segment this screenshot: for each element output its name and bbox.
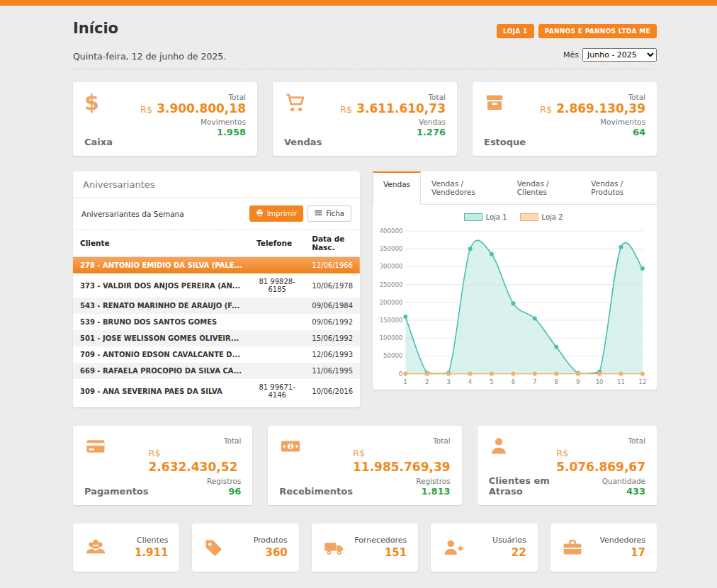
legend-loja2: Loja 2 [520, 213, 563, 221]
tab-vendas-clientes[interactable]: Vendas / Clientes [507, 171, 581, 204]
mini-value: 151 [385, 546, 407, 559]
client-cell: 373 - VALDIR DOS ANJOS PEREIRA (AN... [73, 273, 249, 298]
mini-card-usuarios: Usuários 22 [431, 524, 537, 572]
currency-symbol: R$ [340, 104, 352, 115]
svg-text:5: 5 [490, 378, 493, 385]
month-select[interactable]: Junho - 2025 [582, 48, 657, 62]
col-nasc: Data de Nasc. [305, 230, 360, 257]
count-label: Movimentos [600, 118, 645, 126]
person-icon [489, 435, 513, 458]
currency-symbol: R$ [140, 104, 152, 115]
client-cell: 539 - BRUNO DOS SANTOS GOMES [73, 314, 249, 330]
svg-text:9: 9 [576, 378, 580, 385]
client-cell: 669 - RAFAELA PROCOPIO DA SILVA CA... [73, 363, 249, 379]
table-row[interactable]: 373 - VALDIR DOS ANJOS PEREIRA (AN... 81… [73, 273, 360, 298]
table-row[interactable]: 539 - BRUNO DOS SANTOS GOMES 09/06/1992 [73, 314, 360, 330]
tag-icon [203, 537, 226, 558]
table-row[interactable]: 543 - RENATO MARINHO DE ARAUJO (F... 09/… [73, 298, 360, 314]
phone-cell [249, 363, 305, 379]
total-amount: R$ 2.632.430,52 [149, 445, 242, 475]
table-header-row: Cliente Telefone Data de Nasc. [73, 230, 360, 257]
total-amount: R$ 2.869.130,39 [540, 101, 645, 116]
stat-card-vendas: Vendas Total R$ 3.611.610,73 Vendas 1.27… [273, 82, 457, 156]
tab-vendas-produtos[interactable]: Vendas / Produtos [580, 171, 657, 204]
stat-card-recebimentos: 1 Recebimentos Total R$ 11.985.769,39 Re… [268, 426, 461, 505]
phone-cell [249, 330, 305, 346]
store-button[interactable]: LOJA 1 [497, 24, 534, 38]
briefcase-icon [562, 537, 585, 558]
birthdate-cell: 11/06/1995 [305, 363, 360, 379]
count-value: 1.813 [422, 486, 451, 497]
svg-text:50000: 50000 [383, 352, 402, 359]
table-row[interactable]: 709 - ANTONIO EDSON CAVALCANTE D... 12/0… [73, 346, 360, 363]
table-row[interactable]: 309 - ANA SEVERINA PAES DA SILVA 81 9967… [73, 379, 360, 403]
count-label: Vendas [419, 118, 446, 126]
phone-cell [249, 298, 305, 314]
mini-right: Produtos 360 [254, 536, 288, 559]
svg-text:0: 0 [399, 371, 402, 378]
stat-right: Total R$ 3.611.610,73 Vendas 1.276 [340, 91, 446, 147]
sales-panel: Vendas Vendas / Vendedores Vendas / Clie… [373, 171, 657, 390]
chart-area: Loja 1 Loja 2 05000010000015000020000025… [373, 205, 657, 390]
company-button[interactable]: PANNOS E PANNOS LTDA ME [538, 24, 657, 38]
legend-swatch-loja1 [464, 213, 482, 221]
print-button[interactable]: Imprimir [249, 205, 304, 222]
sales-tabs: Vendas Vendas / Vendedores Vendas / Clie… [373, 171, 657, 205]
birthdays-toolbar: Aniversariantes da Semana Imprimir Ficha [73, 198, 360, 230]
birthdate-cell: 10/06/2016 [305, 379, 360, 403]
ficha-button-label: Ficha [326, 210, 344, 217]
client-cell: 543 - RENATO MARINHO DE ARAUJO (F... [73, 298, 249, 314]
top-bar [0, 0, 717, 6]
phone-cell: 81 99671-4146 [249, 379, 305, 403]
stat-card-pagamentos: Pagamentos Total R$ 2.632.430,52 Registr… [73, 426, 252, 505]
month-label: Mês [563, 50, 579, 60]
mini-value: 1.911 [135, 546, 168, 559]
svg-text:250000: 250000 [380, 281, 403, 288]
svg-text:12: 12 [638, 378, 646, 385]
mini-right: Usuários 22 [492, 536, 526, 559]
sales-chart: 0500001000001500002000002500003000003500… [377, 225, 650, 387]
mini-value: 22 [512, 546, 526, 559]
legend-label: Loja 2 [542, 213, 563, 221]
birthdays-table: Cliente Telefone Data de Nasc. 278 - ANT… [73, 230, 360, 403]
svg-text:8: 8 [555, 378, 558, 385]
birthdate-cell: 12/06/1966 [305, 257, 360, 274]
svg-text:6: 6 [512, 378, 515, 385]
table-row[interactable]: 278 - ANTONIO EMIDIO DA SILVA (PALE... 1… [73, 257, 360, 274]
printer-icon [256, 209, 264, 218]
ficha-button[interactable]: Ficha [307, 205, 351, 222]
mini-card-fornecedores: Fornecedores 151 [312, 524, 418, 572]
total-label: Total [628, 93, 645, 101]
stat-right: Total R$ 5.076.869,67 Quantidade 433 [556, 435, 645, 497]
table-row[interactable]: 501 - JOSE WELISSON GOMES OLIVEIR... 15/… [73, 330, 360, 346]
tab-vendas[interactable]: Vendas [373, 171, 421, 205]
mini-right: Vendedores 17 [599, 536, 645, 559]
col-telefone: Telefone [249, 230, 305, 257]
header: Início LOJA 1 PANNOS E PANNOS LTDA ME [73, 20, 657, 38]
month-picker: Mês Junho - 2025 [563, 48, 657, 62]
count-label: Registros [416, 477, 450, 485]
stat-left: Clientes em Atraso [489, 435, 557, 497]
birthdate-cell: 09/06/1984 [305, 298, 360, 314]
header-buttons: LOJA 1 PANNOS E PANNOS LTDA ME [497, 24, 657, 38]
currency-symbol: R$ [540, 104, 552, 115]
svg-text:4: 4 [468, 378, 472, 385]
col-cliente: Cliente [73, 230, 249, 257]
svg-text:1: 1 [404, 378, 407, 385]
total-label: Total [628, 436, 645, 445]
mini-label: Vendedores [599, 536, 645, 545]
amount-value: 2.632.430,52 [149, 460, 238, 474]
client-cell: 501 - JOSE WELISSON GOMES OLIVEIR... [73, 330, 249, 346]
tab-vendas-vendedores[interactable]: Vendas / Vendedores [421, 171, 507, 204]
mini-value: 360 [266, 546, 288, 559]
stat-label: Estoque [484, 137, 526, 147]
birthdate-cell: 15/06/1992 [305, 330, 360, 346]
mini-card-produtos: Produtos 360 [192, 524, 298, 572]
currency-symbol: R$ [353, 448, 365, 458]
stat-left: $ Caixa [84, 91, 113, 147]
table-row[interactable]: 669 - RAFAELA PROCOPIO DA SILVA CA... 11… [73, 363, 360, 379]
svg-text:200000: 200000 [380, 299, 403, 306]
legend-loja1: Loja 1 [464, 213, 507, 221]
credit-card-icon [84, 435, 108, 458]
svg-text:10: 10 [596, 378, 604, 385]
